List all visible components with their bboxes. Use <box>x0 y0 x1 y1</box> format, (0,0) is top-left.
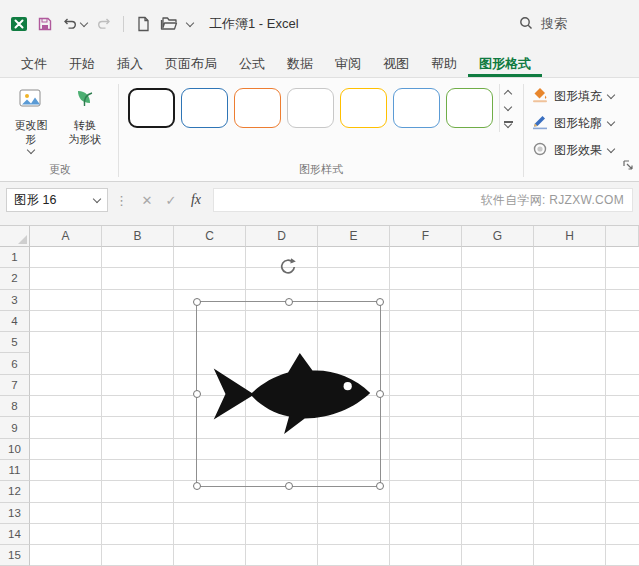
tab-view[interactable]: 视图 <box>372 48 420 77</box>
ribbon: 更改图 形 转换 为形状 更改 <box>0 78 639 182</box>
group-label-shape-styles: 图形样式 <box>121 161 521 181</box>
dialog-launcher-icon[interactable] <box>622 157 634 169</box>
column-header-c[interactable]: C <box>174 226 246 247</box>
row-header-13[interactable]: 13 <box>0 503 30 524</box>
change-graphic-icon <box>18 87 44 115</box>
shape-style-option-yellow[interactable] <box>340 88 387 128</box>
shape-style-gallery <box>121 80 518 132</box>
group-label-change: 更改 <box>4 161 116 181</box>
shape-fill-button[interactable]: 图形填充 <box>532 86 614 106</box>
formula-input[interactable]: 软件自学网: RJZXW.COM <box>213 188 633 212</box>
watermark-text: 软件自学网: RJZXW.COM <box>481 192 624 209</box>
row-header-2[interactable]: 2 <box>0 268 30 289</box>
shape-style-option-gray[interactable] <box>287 88 334 128</box>
paint-bucket-icon <box>532 87 548 106</box>
search-placeholder: 搜索 <box>541 15 567 33</box>
resize-handle-bottom-left[interactable] <box>193 482 201 490</box>
tab-graphics-format[interactable]: 图形格式 <box>468 48 542 77</box>
gallery-scrollbar <box>499 84 516 132</box>
group-change: 更改图 形 转换 为形状 更改 <box>4 80 116 181</box>
shape-effects-label: 图形效果 <box>554 142 602 159</box>
new-file-icon[interactable] <box>135 16 151 32</box>
select-all-corner[interactable] <box>0 226 30 247</box>
shape-outline-label: 图形轮廓 <box>554 115 602 132</box>
window-title: 工作簿1 - Excel <box>209 15 299 33</box>
resize-handle-top-left[interactable] <box>193 298 201 306</box>
insert-function-button[interactable]: fx <box>183 192 209 208</box>
row-header-4[interactable]: 4 <box>0 311 30 332</box>
tab-help[interactable]: 帮助 <box>420 48 468 77</box>
resize-handle-middle-right[interactable] <box>376 390 384 398</box>
tab-review[interactable]: 审阅 <box>324 48 372 77</box>
tab-formulas[interactable]: 公式 <box>228 48 276 77</box>
shape-fill-label: 图形填充 <box>554 88 602 105</box>
cancel-icon[interactable]: ✕ <box>135 193 159 208</box>
convert-to-shape-icon <box>72 87 98 115</box>
customize-toolbar-chevron-icon[interactable] <box>186 18 194 26</box>
shape-style-option-green[interactable] <box>446 88 493 128</box>
row-header-9[interactable]: 9 <box>0 417 30 438</box>
tab-home[interactable]: 开始 <box>58 48 106 77</box>
rotate-handle-icon[interactable] <box>278 257 298 277</box>
excel-window: 工作簿1 - Excel 搜索 文件 开始 插入 页面布局 公式 数据 审阅 视… <box>0 0 639 566</box>
change-graphic-button[interactable]: 更改图 形 <box>4 80 58 153</box>
column-headers: A B C D E F G H <box>30 226 639 247</box>
undo-icon[interactable] <box>62 16 87 32</box>
chevron-down-icon <box>93 194 101 202</box>
shape-selection-box <box>196 301 381 487</box>
row-header-8[interactable]: 8 <box>0 396 30 417</box>
title-bar: 工作簿1 - Excel 搜索 <box>0 0 639 48</box>
search-icon <box>519 16 533 33</box>
gallery-scroll-down-button[interactable] <box>500 100 516 116</box>
gallery-scroll-up-button[interactable] <box>500 84 516 100</box>
effects-icon <box>532 141 548 160</box>
shape-style-option-lightblue[interactable] <box>393 88 440 128</box>
shape-style-option-black[interactable] <box>128 88 175 128</box>
tab-data[interactable]: 数据 <box>276 48 324 77</box>
row-header-15[interactable]: 15 <box>0 545 30 566</box>
column-header-e[interactable]: E <box>318 226 390 247</box>
convert-to-shape-label: 转换 为形状 <box>69 118 102 147</box>
convert-to-shape-button[interactable]: 转换 为形状 <box>58 80 112 147</box>
formula-bar-grip[interactable]: ⋮ <box>108 193 135 208</box>
column-header-g[interactable]: G <box>462 226 534 247</box>
chevron-down-icon <box>607 117 615 125</box>
row-header-11[interactable]: 11 <box>0 460 30 481</box>
column-header-b[interactable]: B <box>102 226 174 247</box>
resize-handle-bottom-right[interactable] <box>376 482 384 490</box>
row-header-3[interactable]: 3 <box>0 290 30 311</box>
column-header-f[interactable]: F <box>390 226 462 247</box>
row-header-10[interactable]: 10 <box>0 439 30 460</box>
column-header-h[interactable]: H <box>534 226 606 247</box>
resize-handle-top-middle[interactable] <box>285 298 293 306</box>
resize-handle-bottom-middle[interactable] <box>285 482 293 490</box>
tab-insert[interactable]: 插入 <box>106 48 154 77</box>
row-headers: 1 2 3 4 5 6 7 8 9 10 11 12 13 14 15 <box>0 247 30 566</box>
ribbon-tab-bar: 文件 开始 插入 页面布局 公式 数据 审阅 视图 帮助 图形格式 <box>0 48 639 78</box>
open-folder-icon[interactable] <box>160 16 178 32</box>
shape-style-option-orange[interactable] <box>234 88 281 128</box>
search-input[interactable]: 搜索 <box>505 10 581 38</box>
column-header-d[interactable]: D <box>246 226 318 247</box>
chevron-down-icon <box>80 18 88 26</box>
column-header-a[interactable]: A <box>30 226 102 247</box>
row-header-1[interactable]: 1 <box>0 247 30 268</box>
row-header-5[interactable]: 5 <box>0 332 30 353</box>
shape-style-option-blue[interactable] <box>181 88 228 128</box>
tab-page-layout[interactable]: 页面布局 <box>154 48 228 77</box>
name-box[interactable]: 图形 16 <box>6 188 108 212</box>
gallery-more-button[interactable] <box>500 116 516 132</box>
row-header-14[interactable]: 14 <box>0 524 30 545</box>
shape-outline-button[interactable]: 图形轮廓 <box>532 113 614 133</box>
tab-file[interactable]: 文件 <box>10 48 58 77</box>
row-header-12[interactable]: 12 <box>0 481 30 502</box>
row-header-6[interactable]: 6 <box>0 353 30 374</box>
save-icon[interactable] <box>37 16 53 32</box>
resize-handle-middle-left[interactable] <box>193 390 201 398</box>
shape-effects-button[interactable]: 图形效果 <box>532 140 614 160</box>
column-header-partial[interactable] <box>606 226 639 247</box>
enter-icon[interactable]: ✓ <box>159 193 183 208</box>
row-header-7[interactable]: 7 <box>0 375 30 396</box>
resize-handle-top-right[interactable] <box>376 298 384 306</box>
group-shape-format-options: 图形填充 图形轮廓 图形效果 <box>526 80 616 181</box>
